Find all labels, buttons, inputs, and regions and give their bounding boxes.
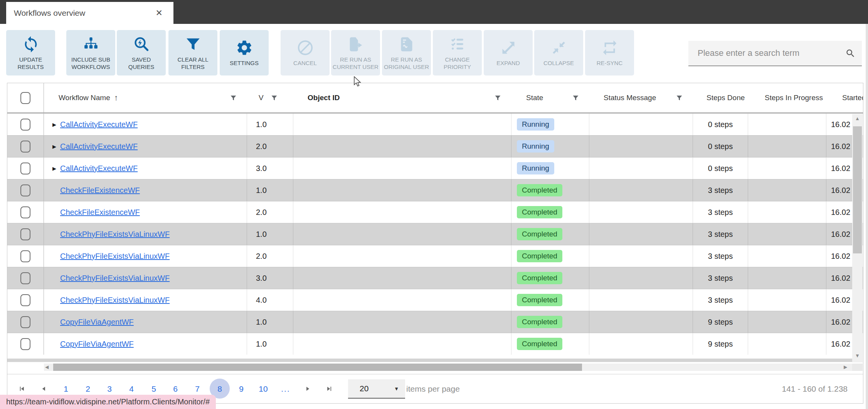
header-object-id[interactable]: Object ID [293,83,511,112]
items-per-page-label: items per page [406,374,460,403]
header-started[interactable]: Started [826,83,863,112]
workflow-link[interactable]: CopyFileViaAgentWF [60,340,134,349]
search-box [688,41,862,66]
status-message-cell [589,245,693,267]
funnel-icon [184,35,202,53]
row-checkbox[interactable] [20,206,30,218]
workflow-link[interactable]: CheckPhyFileExistsViaLinuxWF [60,274,170,283]
version-cell: 1.0 [247,223,293,245]
pagination-ellipsis[interactable]: ... [277,374,294,403]
state-cell: Running [511,114,589,135]
block-icon [296,39,314,57]
row-checkbox[interactable] [20,228,30,240]
row-checkbox[interactable] [20,141,30,153]
toolbar-button-label: INCLUDE SUB WORKFLOWS [66,56,115,70]
state-badge: Completed [517,272,562,284]
search-input[interactable] [688,48,845,59]
page-size-select[interactable]: 20 ▼ [348,379,405,399]
button-clear-all-filters[interactable]: CLEAR ALL FILTERS [168,30,217,75]
vscrollbar-thumb[interactable] [853,126,862,253]
workflow-link[interactable]: CheckFileExistenceWF [60,208,140,217]
version-cell: 1.0 [247,311,293,333]
state-cell: Completed [511,311,589,333]
steps-in-progress-cell [748,267,826,289]
filter-icon[interactable] [494,94,501,102]
table-body: ▶CallActivityExecuteWF1.0Running0 steps1… [7,113,863,355]
object-id-cell [293,223,511,245]
header-steps-done[interactable]: Steps Done [693,83,748,112]
close-icon[interactable]: ✕ [156,8,163,18]
button-settings[interactable]: SETTINGS [220,30,269,75]
expand-row-icon[interactable]: ▶ [52,144,56,149]
search-icon[interactable] [845,48,856,59]
steps-in-progress-cell [748,201,826,223]
scroll-right-icon[interactable]: ▶ [844,364,847,371]
sync-loop-icon [601,39,619,57]
workflow-link[interactable]: CheckPhyFileExistsViaLinuxWF [60,230,170,239]
steps-in-progress-cell [748,158,826,179]
row-checkbox[interactable] [20,338,30,350]
expand-row-icon[interactable]: ▶ [52,166,56,171]
row-select-cell [7,179,44,201]
filter-icon [572,94,579,102]
row-select-cell [7,333,44,355]
state-badge: Running [517,162,554,174]
table-row: ▶CallActivityExecuteWF3.0Running0 steps1… [7,157,863,179]
pagination-page-9[interactable]: 9 [233,374,250,403]
hscrollbar-thumb[interactable] [53,364,582,371]
filter-icon[interactable] [572,94,579,102]
workflow-link[interactable]: CopyFileViaAgentWF [60,318,134,327]
toolbar-button-label: COLLAPSE [542,59,575,67]
workflow-name-cell: CheckPhyFileExistsViaLinuxWF [44,223,247,245]
row-checkbox[interactable] [20,184,30,196]
scroll-down-icon[interactable]: ▼ [852,353,863,359]
workflow-name-cell: CheckFileExistenceWF [44,201,247,223]
select-all-checkbox[interactable] [20,92,30,104]
workflow-link[interactable]: CallActivityExecuteWF [60,120,138,129]
table-row: CheckFileExistenceWF1.0Completed3 steps1… [7,179,863,201]
row-checkbox[interactable] [20,163,30,174]
button-saved-queries[interactable]: SAVED QUERIES [117,30,166,75]
pagination-current-page[interactable]: 8 [211,374,228,403]
workflow-name-cell: ▶CallActivityExecuteWF [44,114,247,135]
state-cell: Completed [511,245,589,267]
row-checkbox[interactable] [20,272,30,284]
row-checkbox[interactable] [20,119,30,131]
pagination-page-10[interactable]: 10 [255,374,272,403]
workflow-link[interactable]: CheckPhyFileExistsViaLinuxWF [60,296,170,305]
workflow-link[interactable]: CheckFileExistenceWF [60,186,140,195]
row-checkbox[interactable] [20,294,30,306]
header-workflow-name[interactable]: Workflow Name↑ [44,83,247,112]
table-row: CheckPhyFileExistsViaLinuxWF4.0Completed… [7,289,863,311]
table-header-row: Workflow Name↑VObject IDStateStatus Mess… [7,83,863,113]
expand-row-icon[interactable]: ▶ [52,122,56,127]
filter-icon[interactable] [676,94,683,102]
filter-icon[interactable] [271,94,278,102]
status-message-cell [589,311,693,333]
row-checkbox[interactable] [20,316,30,328]
filter-icon[interactable] [230,94,237,102]
pagination-next[interactable] [299,374,316,403]
toolbar-button-label: RE-SYNC [595,59,624,67]
header-status-message[interactable]: Status Message [589,83,693,112]
button-update-results[interactable]: UPDATE RESULTS [6,30,55,75]
button-include-sub-workflows[interactable]: INCLUDE SUB WORKFLOWS [66,30,115,75]
workflow-link[interactable]: CallActivityExecuteWF [60,142,138,151]
steps-done-cell: 0 steps [693,136,748,157]
workflow-link[interactable]: CallActivityExecuteWF [60,164,138,173]
scroll-left-icon[interactable]: ◀ [45,364,49,371]
tab-workflows-overview[interactable]: Workflows overview ✕ [6,2,173,24]
workflow-name-cell: ▶CallActivityExecuteWF [44,158,247,179]
state-cell: Completed [511,289,589,311]
header-state[interactable]: State [511,83,589,112]
pagination-last[interactable] [321,374,338,403]
state-badge: Completed [517,316,562,328]
header-steps-in-progress[interactable]: Steps In Progress [748,83,826,112]
checklist-icon [449,35,466,53]
document-arrow-icon [347,35,365,53]
scroll-up-icon[interactable]: ▲ [852,116,863,121]
workflow-link[interactable]: CheckPhyFileExistsViaLinuxWF [60,252,170,261]
header-version[interactable]: V [247,83,293,112]
row-checkbox[interactable] [20,250,30,262]
sort-asc-icon[interactable]: ↑ [114,93,118,102]
